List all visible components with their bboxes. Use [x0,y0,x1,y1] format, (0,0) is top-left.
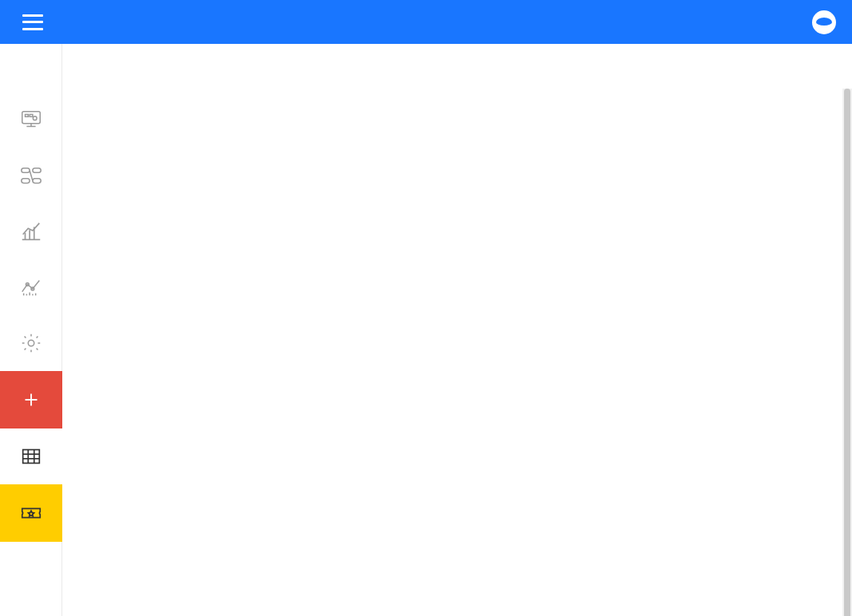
sidebar-item-workflow[interactable] [0,148,62,203]
bar-chart-icon [19,219,43,243]
svg-rect-8 [32,168,40,173]
sidebar-action-add[interactable] [0,371,62,428]
svg-rect-4 [30,114,33,116]
gear-icon [19,331,43,355]
analytics-icon [19,275,43,299]
sidebar [0,44,62,616]
sidebar-item-dashboard[interactable] [0,92,62,148]
sidebar-item-analytics[interactable] [0,259,62,315]
workflow-link-icon [19,164,43,188]
svg-point-22 [28,340,34,346]
sidebar-item-settings[interactable] [0,315,62,371]
sidebar-item-reports[interactable] [0,203,62,259]
sidebar-action-grid[interactable] [0,428,62,484]
svg-point-5 [33,116,37,120]
flow-area [62,44,852,616]
menu-icon[interactable] [22,14,43,30]
sidebar-action-ticket[interactable] [0,484,62,542]
svg-rect-25 [22,450,39,464]
diagram-canvas[interactable] [62,44,852,616]
app-logo[interactable] [812,10,836,34]
svg-rect-7 [32,179,40,184]
connections-layer [62,44,852,616]
scrollbar-thumb[interactable] [844,89,850,616]
grid-icon [19,444,43,468]
svg-line-10 [30,170,33,180]
plus-icon [19,388,43,412]
svg-rect-6 [21,168,29,173]
svg-rect-3 [25,114,28,116]
svg-rect-9 [21,179,29,184]
ticket-icon [19,501,43,525]
svg-rect-0 [22,112,40,124]
top-bar [0,0,852,44]
dashboard-monitor-icon [19,108,43,132]
scrollbar-vertical[interactable] [842,89,852,616]
